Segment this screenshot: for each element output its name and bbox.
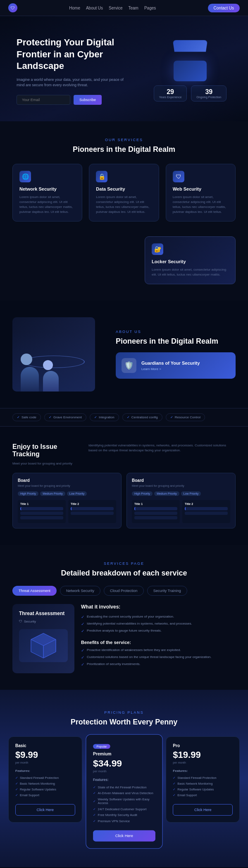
board-1-col-2: Title 2 — [68, 500, 116, 523]
data-security-title: Data Security — [96, 186, 152, 191]
board-item-2 — [20, 512, 63, 515]
premium-feature-2: ✓ AI-Driven Malware and Virus Detection — [93, 791, 155, 795]
nav-service[interactable]: Service — [109, 6, 122, 10]
issue-tracking-title: Enjoy to Issue Tracking — [12, 443, 79, 458]
pro-cta-button[interactable]: Click Here — [173, 804, 233, 816]
board-tag-low-2: Low Priority — [181, 491, 201, 496]
hero-visual: 29 Years Experience 39 Ongoing Protectio… — [149, 40, 231, 101]
services-detail-section: Services Page Detailed breakdown of each… — [0, 545, 248, 690]
web-security-desc: Lorem ipsum dolor sit amet, consectetur … — [173, 195, 229, 215]
premium-feature-text-1: State of the Art Firewall Protection — [98, 785, 146, 789]
basic-features-title: Features: — [15, 769, 75, 773]
nav-about[interactable]: About Us — [86, 6, 103, 10]
board-2-col-1-title: Title 1 — [134, 502, 177, 505]
detail-visual-icon-label: Security — [24, 620, 36, 623]
pro-period: per month — [173, 761, 233, 764]
tab-network-security[interactable]: Network Security — [60, 586, 100, 596]
benefit-icon-3: ✓ — [81, 662, 84, 667]
detail-visual-card: Threat Assessment 🛡 Security — [12, 604, 74, 673]
basic-feature-text-4: Email Support — [20, 793, 39, 797]
board-1-columns: Title 1 Title 2 — [18, 500, 116, 523]
issue-tracking-section: Enjoy to Issue Tracking Meet your board … — [0, 427, 248, 545]
issue-tracking-desc: Meet your board for grouping and priorit… — [12, 461, 79, 466]
tag-dot-4: ✓ — [127, 415, 130, 419]
pro-feature-text-3: Regular Software Updates — [177, 788, 214, 791]
pro-features-title: Features: — [173, 769, 233, 773]
pioneers-photo — [12, 317, 95, 392]
pioneers-label: About Us — [116, 330, 236, 334]
tag-safe-code: ✓ Safe code — [12, 413, 41, 421]
involves-item-2: ✓ Identifying potential vulnerabilities … — [81, 622, 236, 626]
hero-email-input[interactable] — [17, 95, 70, 105]
stat-protection: 39 Ongoing Protection — [191, 85, 227, 101]
detail-visual-icon: 🛡 Security — [19, 620, 68, 623]
board-item-1 — [20, 507, 63, 510]
premium-cta-button[interactable]: Click Here — [93, 830, 155, 841]
nav-pages[interactable]: Pages — [144, 6, 156, 10]
stat-protection-number: 39 — [196, 88, 221, 96]
services-section-label: Our Services — [12, 138, 236, 142]
guardian-title: Guardians of Your Security — [141, 361, 200, 366]
tag-label-4: Centralized config — [131, 415, 158, 419]
network-security-title: Network Security — [19, 186, 75, 191]
tag-dot-3: ✓ — [94, 415, 97, 419]
pioneers-title: Pioneers in the Digital Realm — [116, 337, 236, 346]
nav-team[interactable]: Team — [128, 6, 138, 10]
tag-resource: ✓ Resource Control — [166, 413, 205, 421]
hero-text: Protecting Your Digital Frontier in an C… — [17, 37, 132, 105]
nav-cta-button[interactable]: Contact Us — [208, 4, 240, 12]
service-card-web: 🛡 Web Security Lorem ipsum dolor sit ame… — [166, 164, 236, 222]
premium-feature-icon-1: ✓ — [93, 785, 96, 789]
premium-feature-icon-4: ✓ — [93, 807, 96, 811]
premium-feature-6: ✓ Premium VPN Service — [93, 819, 155, 823]
board-1-col-1: Title 1 — [18, 500, 66, 523]
guardian-text: Guardians of Your Security Learn More > — [141, 361, 200, 371]
board-item-8 — [134, 516, 177, 519]
benefit-item-1: ✓ Proactive identification of weaknesses… — [81, 648, 236, 653]
involves-text-3: Predictive analysis to gauge future secu… — [87, 629, 162, 632]
service-card-locker: 🔐 Locker Security Lorem ipsum dolor sit … — [145, 236, 236, 284]
cube-base — [174, 61, 207, 81]
price-card-premium: Popular Premium $34.99 per month Feature… — [86, 734, 162, 849]
basic-cta-button[interactable]: Click Here — [15, 804, 75, 816]
premium-price: $34.99 — [93, 758, 155, 769]
pioneers-section: About Us Pioneers in the Digital Realm 🛡… — [0, 301, 248, 408]
board-tag-med-2: Medium Priority — [154, 491, 179, 496]
board-1-col-2-title: Title 2 — [71, 502, 114, 505]
person-1 — [21, 354, 39, 392]
tab-threat-assessment[interactable]: Threat Assessment — [12, 586, 57, 596]
hero-subscribe-button[interactable]: Subscribe — [74, 95, 102, 105]
premium-feature-icon-2: ✓ — [93, 791, 96, 795]
board-2-title: Board — [132, 478, 230, 483]
involves-text-2: Identifying potential vulnerabilities in… — [87, 622, 192, 625]
tag-label-2: Grave Environment — [53, 415, 82, 419]
benefit-item-2: ✓ Customized solutions based on the uniq… — [81, 655, 236, 660]
data-security-desc: Lorem ipsum dolor sit amet, consectetur … — [96, 195, 152, 215]
pricing-label: Pricing Plans — [8, 710, 240, 715]
shield-small-icon: 🛡 — [19, 620, 22, 623]
nav-home[interactable]: Home — [69, 6, 80, 10]
pro-feature-4: ✓ Email Support — [173, 793, 233, 797]
network-security-icon: 🌐 — [19, 171, 31, 182]
boards-grid: Board Meet your board for grouping and p… — [12, 473, 236, 528]
tab-cloud-protection[interactable]: Cloud Protection — [104, 586, 144, 596]
locker-security-desc: Lorem ipsum dolor sit amet, consectetur … — [152, 267, 229, 277]
premium-feature-text-3: Weekly Software Updates with Easy Access — [98, 797, 155, 805]
board-1-title: Board — [18, 478, 116, 483]
benefit-text-2: Customized solutions based on the unique… — [87, 655, 212, 659]
board-card-2: Board Meet your board for grouping and p… — [126, 473, 236, 528]
tag-label-1: Safe code — [21, 415, 36, 419]
board-item-6 — [134, 507, 177, 510]
board-2-tags: High Priority Medium Priority Low Priori… — [132, 491, 230, 496]
board-item-4 — [71, 507, 114, 510]
detail-involves-title: What it involves: — [81, 604, 236, 610]
guardian-link[interactable]: Learn More > — [141, 367, 200, 371]
premium-feature-1: ✓ State of the Art Firewall Protection — [93, 785, 155, 789]
premium-period: per month — [93, 770, 155, 773]
web-security-icon: 🛡 — [173, 171, 184, 182]
involves-text-1: Evaluating the current security posture … — [87, 615, 174, 618]
pro-feature-icon-1: ✓ — [173, 776, 176, 780]
pricing-title: Protection Worth Every Penny — [8, 718, 240, 726]
data-security-icon: 🔒 — [96, 171, 107, 182]
tab-security-training[interactable]: Security Training — [147, 586, 187, 596]
